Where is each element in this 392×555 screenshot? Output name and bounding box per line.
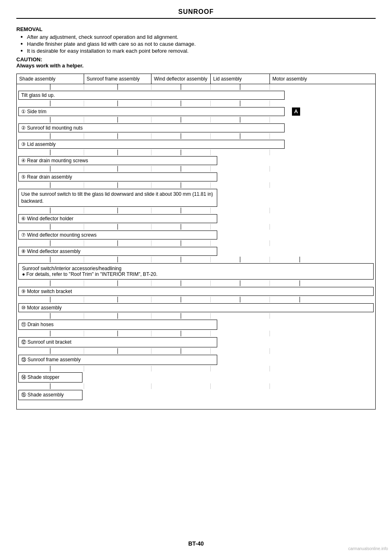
step-sunroof-bracket-box: ⑫ Sunroof unit bracket (18, 337, 217, 347)
step-rear-drain-screws-row: ④ Rear drain mounting screws (17, 155, 375, 166)
step-shade-stopper-box: ⑭ Shade stopper (18, 372, 82, 383)
step-shade-stopper-row: ⑭ Shade stopper (17, 371, 375, 383)
watermark: carmanualsonline.info (348, 546, 388, 551)
step-drain-hoses-row: ⑪ Drain hoses (17, 319, 375, 331)
col-wind-deflector: Wind deflector assembly (151, 74, 211, 84)
caution-title: CAUTION: (16, 56, 376, 63)
connector-row-1 (17, 84, 375, 90)
step-note-row: Sunroof switch/interior accessories/head… (18, 263, 374, 280)
column-headers: Shade assembly Sunroof frame assembly Wi… (17, 74, 375, 84)
step-lid-assembly-box: ③ Lid assembly (18, 140, 285, 149)
step-note-box: Sunroof switch/interior accessories/head… (18, 263, 374, 280)
step-mounting-nuts-box: ② Sunroof lid mounting nuts (18, 123, 285, 132)
step-drain-hoses-box: ⑪ Drain hoses (18, 320, 217, 330)
step-wind-screws-box: ⑦ Wind deflector mounting screws (18, 231, 217, 239)
bullet-3: It is desirable for easy installation to… (20, 48, 376, 54)
procedure-body: Tilt glass lid up. ① Side trim A (17, 84, 375, 409)
step-wind-assembly-box: ⑧ Wind deflector assembly (18, 247, 217, 256)
col-sunroof-frame: Sunroof frame assembly (84, 74, 151, 84)
connector-row-2 (17, 101, 375, 106)
footer-text: BT-40 (188, 540, 204, 547)
step-rear-drain-assembly-row: ⑤ Rear drain assembly (17, 172, 375, 182)
procedure-diagram: Shade assembly Sunroof frame assembly Wi… (16, 74, 376, 410)
bullet-list: After any adjustment, check sunroof oper… (16, 34, 376, 54)
page-title: SUNROOF (16, 8, 376, 19)
step-tilt-box: Tilt glass lid up. (18, 91, 285, 100)
step-motor-assembly-box: ⑩ Motor assembly (18, 303, 374, 312)
step-sunroof-switch-box: Use the sunroof switch to tilt the glass… (18, 189, 217, 207)
step-wind-assembly-row: ⑧ Wind deflector assembly (17, 246, 375, 257)
bullet-2: Handle finisher plate and glass lid with… (20, 41, 376, 47)
step-lid-assembly-row: ③ Lid assembly (17, 139, 375, 150)
step-motor-switch-box: ⑨ Motor switch bracket (18, 287, 374, 296)
page-container: SUNROOF REMOVAL After any adjustment, ch… (0, 0, 392, 555)
bottom-padding (17, 401, 375, 409)
step-sunroof-frame-box: ⑬ Sunroof frame assembly (18, 355, 217, 365)
step-rear-drain-assembly-box: ⑤ Rear drain assembly (18, 172, 217, 181)
col-motor: Motor assembly (270, 74, 329, 84)
step-wind-screws-row: ⑦ Wind deflector mounting screws (17, 230, 375, 240)
caution-text: Always work with a helper. (16, 63, 376, 69)
col-shade: Shade assembly (17, 74, 84, 84)
note-detail: ● For details, refer to "Roof Trim" in "… (22, 271, 370, 277)
bullet-1: After any adjustment, check sunroof oper… (20, 34, 376, 40)
note-title: Sunroof switch/interior accessories/head… (22, 266, 370, 271)
step-sunroof-switch-row: Use the sunroof switch to tilt the glass… (17, 188, 375, 208)
step-side-trim-box: ① Side trim (18, 107, 285, 116)
removal-title: REMOVAL (16, 26, 376, 32)
step-shade-assembly-row: ⑮ Shade assembly (17, 389, 375, 401)
step-sunroof-frame-row: ⑬ Sunroof frame assembly (17, 354, 375, 366)
step-side-trim-row: ① Side trim A (17, 106, 375, 117)
step-sunroof-bracket-row: ⑫ Sunroof unit bracket (17, 336, 375, 348)
badge-A: A (292, 107, 300, 116)
page-footer: BT-40 (0, 540, 392, 547)
step-rear-drain-screws-box: ④ Rear drain mounting screws (18, 156, 217, 165)
step-wind-holder-row: ⑥ Wind deflector holder (17, 213, 375, 224)
step-shade-assembly-box: ⑮ Shade assembly (18, 390, 82, 400)
col-lid: Lid assembly (211, 74, 270, 84)
step-mounting-nuts-row: ② Sunroof lid mounting nuts (17, 123, 375, 133)
step-motor-assembly-row: ⑩ Motor assembly (18, 303, 374, 312)
step-wind-holder-box: ⑥ Wind deflector holder (18, 214, 217, 223)
step-tilt-row: Tilt glass lid up. (17, 90, 375, 101)
step-motor-switch-row: ⑨ Motor switch bracket (18, 287, 374, 296)
